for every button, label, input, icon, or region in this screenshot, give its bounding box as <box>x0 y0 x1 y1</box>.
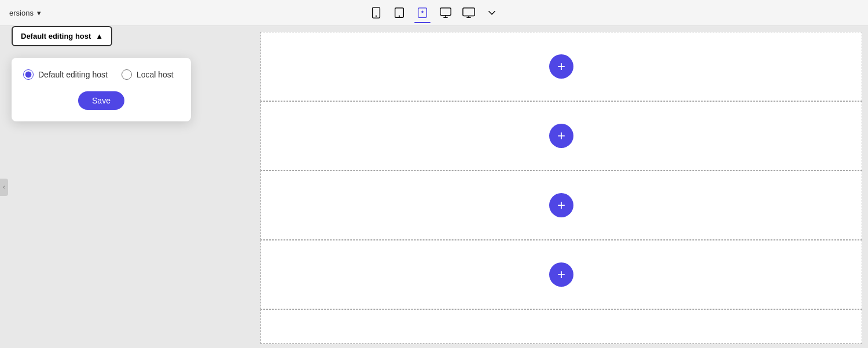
radio-default-input[interactable] <box>23 69 34 80</box>
left-arrow-toggle[interactable]: ‹ <box>0 179 8 196</box>
plus-icon-1: + <box>557 60 565 73</box>
device-icon-tablet-star[interactable] <box>412 2 433 23</box>
radio-local-host[interactable]: Local host <box>122 69 174 80</box>
svg-rect-5 <box>440 8 451 16</box>
add-block-button-1[interactable]: + <box>549 54 573 79</box>
save-button[interactable]: Save <box>78 91 124 110</box>
versions-button[interactable]: ersions ▾ <box>9 9 41 17</box>
device-icon-more[interactable] <box>481 2 502 23</box>
plus-icon-4: + <box>557 268 565 282</box>
add-block-button-4[interactable]: + <box>549 262 573 287</box>
canvas-section-1: + <box>260 32 862 101</box>
device-icons-bar <box>366 2 502 23</box>
dropdown-panel: Default editing host Local host Save <box>12 58 191 121</box>
canvas-inner: + + + + <box>260 32 862 344</box>
canvas-section-3: + <box>260 171 862 240</box>
canvas-section-5 <box>260 309 862 344</box>
device-icon-monitor[interactable] <box>458 2 479 23</box>
canvas-section-4: + <box>260 240 862 309</box>
svg-rect-7 <box>463 8 475 16</box>
chevron-down-icon: ▾ <box>37 9 41 17</box>
add-block-button-2[interactable]: + <box>549 124 573 148</box>
canvas-section-2: + <box>260 101 862 171</box>
plus-icon-2: + <box>557 129 565 143</box>
editing-host-label: Default editing host <box>21 32 91 40</box>
device-icon-tablet[interactable] <box>389 2 410 23</box>
radio-local-input[interactable] <box>122 69 132 80</box>
add-block-button-3[interactable]: + <box>549 193 573 217</box>
plus-icon-3: + <box>557 198 565 212</box>
radio-default-label: Default editing host <box>38 70 108 79</box>
radio-local-label: Local host <box>137 70 174 79</box>
canvas-area: + + + + <box>255 26 868 348</box>
radio-options: Default editing host Local host <box>23 69 179 80</box>
radio-default-editing-host[interactable]: Default editing host <box>23 69 108 80</box>
svg-rect-4 <box>418 8 427 18</box>
device-icon-phone[interactable] <box>366 2 387 23</box>
editing-host-button[interactable]: Default editing host ▲ <box>12 26 112 46</box>
device-icon-desktop[interactable] <box>435 2 456 23</box>
top-bar: ersions ▾ <box>0 0 868 26</box>
chevron-up-icon: ▲ <box>95 32 103 40</box>
versions-label: ersions <box>9 9 34 17</box>
